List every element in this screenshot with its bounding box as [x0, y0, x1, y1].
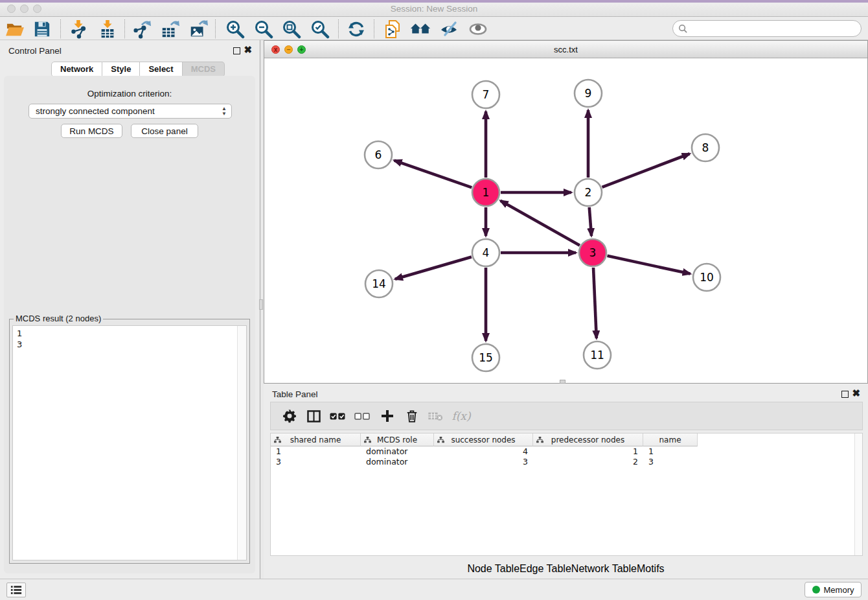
column-header-predecessor-nodes[interactable]: predecessor nodes — [533, 433, 643, 446]
edge-3-11[interactable] — [593, 268, 597, 338]
cell-name[interactable]: 3 — [643, 457, 698, 467]
cell-shared-name[interactable]: 1 — [271, 446, 361, 457]
mcds-result-lines: 13 — [13, 326, 246, 352]
node-label-1: 1 — [483, 186, 490, 199]
close-panel-button[interactable]: Close panel — [131, 124, 198, 138]
float-panel-icon[interactable] — [233, 47, 240, 54]
cell-shared-name[interactable]: 3 — [271, 457, 361, 467]
split-columns-icon[interactable] — [303, 402, 325, 430]
edge-1-6[interactable] — [394, 161, 472, 188]
network-canvas[interactable]: 7968124314101511 — [264, 58, 867, 383]
close-panel-icon[interactable]: ✖ — [244, 44, 252, 56]
node-label-9: 9 — [585, 87, 592, 100]
select-all-checkboxes-icon[interactable] — [326, 402, 348, 430]
run-mcds-button[interactable]: Run MCDS — [61, 124, 122, 138]
show-graphics-details-icon[interactable] — [466, 18, 490, 40]
hide-graphics-details-icon[interactable] — [437, 18, 461, 40]
node-label-6: 6 — [375, 148, 382, 161]
zoom-selected-icon[interactable] — [308, 18, 332, 40]
chevron-updown-icon: ▲▼ — [222, 106, 227, 117]
mcds-tab-content: Optimization criterion: strongly connect… — [4, 76, 255, 573]
edge-3-1[interactable] — [501, 201, 580, 246]
import-table-icon[interactable] — [96, 18, 119, 40]
task-history-button[interactable] — [6, 583, 26, 597]
column-header-mcds-role[interactable]: MCDS role — [361, 433, 434, 446]
panel-splitter[interactable] — [259, 40, 264, 579]
control-panel-title: Control Panel — [8, 46, 62, 56]
cell-mcds-role[interactable]: dominator — [361, 457, 434, 467]
cell-mcds-role[interactable]: dominator — [361, 446, 434, 457]
zoom-in-icon[interactable] — [223, 18, 247, 40]
node-label-7: 7 — [483, 88, 490, 101]
node-label-14: 14 — [372, 277, 386, 290]
cell-successor-nodes[interactable]: 3 — [434, 457, 533, 467]
toolbar-separator — [338, 19, 339, 38]
search-field[interactable] — [672, 20, 862, 37]
gear-icon[interactable] — [279, 402, 301, 430]
export-table-icon[interactable] — [158, 18, 181, 40]
edge-2-8[interactable] — [602, 154, 689, 187]
toolbar-separator — [124, 19, 125, 38]
save-session-icon[interactable] — [30, 18, 54, 40]
cell-predecessor-nodes[interactable]: 2 — [533, 457, 643, 467]
memory-button[interactable]: Memory — [805, 582, 862, 597]
tab-edge-table[interactable]: Edge Table — [520, 563, 571, 575]
home-views-icon[interactable] — [409, 18, 432, 40]
deselect-all-checkboxes-icon[interactable] — [351, 402, 373, 430]
node-label-2: 2 — [585, 186, 592, 199]
tab-network-table[interactable]: Network Table — [571, 563, 637, 575]
delete-column-icon[interactable] — [401, 402, 423, 430]
search-input[interactable] — [691, 24, 861, 34]
cell-successor-nodes[interactable]: 4 — [434, 446, 533, 457]
edge-2-3[interactable] — [589, 207, 591, 236]
criterion-select[interactable]: strongly connected component ▲▼ — [29, 104, 232, 119]
add-column-icon[interactable] — [376, 402, 398, 430]
tab-node-table[interactable]: Node Table — [467, 563, 520, 575]
toolbar-separator — [374, 19, 374, 38]
list-icon — [10, 585, 22, 595]
open-session-icon[interactable] — [3, 18, 27, 40]
tab-select[interactable]: Select — [140, 62, 182, 77]
tab-network[interactable]: Network — [51, 62, 102, 77]
function-builder-icon: f(x) — [447, 402, 475, 430]
top-accent-strip — [0, 0, 868, 3]
splitter-grip[interactable] — [259, 299, 263, 310]
memory-label: Memory — [824, 585, 854, 595]
zoom-out-icon[interactable] — [252, 18, 275, 40]
network-window-titlebar[interactable]: x – + scc.txt — [264, 41, 867, 58]
toolbar-separator — [215, 19, 216, 38]
node-label-8: 8 — [702, 141, 709, 154]
network-window-title: scc.txt — [264, 45, 867, 54]
table-scrollbar[interactable] — [854, 433, 862, 555]
table-row[interactable]: 3dominator323 — [271, 457, 698, 467]
status-bar: Memory — [0, 579, 868, 600]
edge-3-10[interactable] — [607, 256, 690, 274]
control-panel: Control Panel ✖ NetworkStyleSelectMCDS O… — [0, 40, 259, 579]
tab-motifs[interactable]: Motifs — [637, 563, 665, 575]
delete-table-icon — [424, 402, 446, 430]
table-panel-title: Table Panel — [272, 389, 318, 399]
export-image-icon[interactable] — [187, 18, 210, 40]
result-scrollbar[interactable] — [237, 326, 246, 560]
table-row[interactable]: 1dominator411 — [271, 446, 698, 457]
export-network-icon[interactable] — [130, 18, 154, 40]
node-label-15: 15 — [479, 351, 493, 364]
column-header-name[interactable]: name — [643, 433, 698, 446]
import-network-icon[interactable] — [67, 18, 90, 40]
table-close-panel-icon[interactable]: ✖ — [852, 387, 860, 399]
tab-style[interactable]: Style — [102, 62, 140, 77]
table-float-panel-icon[interactable] — [841, 391, 849, 398]
cell-name[interactable]: 1 — [643, 446, 698, 457]
mcds-result-area[interactable]: 13 — [12, 325, 247, 560]
tab-mcds[interactable]: MCDS — [183, 62, 225, 77]
apply-layout-icon[interactable] — [345, 18, 368, 40]
edge-4-14[interactable] — [395, 257, 472, 279]
zoom-fit-icon[interactable] — [280, 18, 303, 40]
mcds-result-box: MCDS result (2 nodes) 13 — [9, 319, 250, 564]
node-table[interactable]: shared nameMCDS rolesuccessor nodesprede… — [270, 433, 863, 556]
optimization-criterion-label: Optimization criterion: — [4, 89, 255, 98]
column-header-successor-nodes[interactable]: successor nodes — [434, 433, 533, 446]
network-file-icon[interactable] — [381, 18, 404, 40]
cell-predecessor-nodes[interactable]: 1 — [533, 446, 643, 457]
column-header-shared-name[interactable]: shared name — [271, 433, 361, 446]
